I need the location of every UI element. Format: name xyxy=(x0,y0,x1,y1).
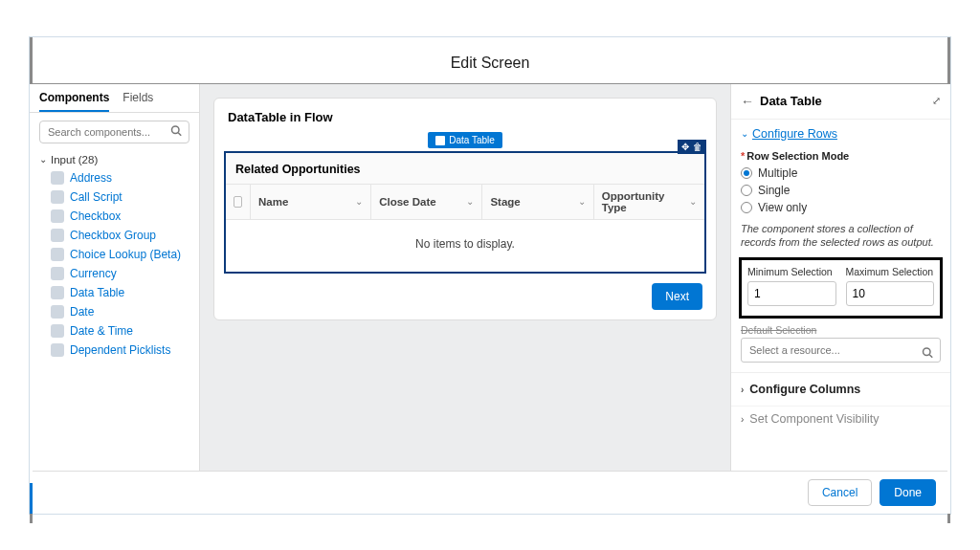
search-icon xyxy=(922,347,933,362)
max-selection-label: Maximum Selection xyxy=(846,266,935,277)
sidebar-item-date[interactable]: Date xyxy=(37,302,191,321)
tab-components[interactable]: Components xyxy=(39,91,109,112)
radio-single[interactable]: Single xyxy=(741,184,941,197)
sidebar-item-currency[interactable]: Currency xyxy=(37,264,191,283)
empty-state-text: No items to display. xyxy=(226,220,704,272)
tab-fields[interactable]: Fields xyxy=(122,91,153,112)
component-icon xyxy=(51,248,64,261)
svg-line-3 xyxy=(929,355,932,358)
block-toolbar: ✥ 🗑 xyxy=(678,140,706,154)
sidebar-item-choice-lookup[interactable]: Choice Lookup (Beta) xyxy=(37,245,191,264)
chevron-down-icon: ⌄ xyxy=(355,196,363,207)
chevron-down-icon: ⌄ xyxy=(466,196,474,207)
search-wrap xyxy=(30,113,199,151)
back-arrow-icon[interactable]: ← xyxy=(741,94,754,109)
sidebar-item-checkbox-group[interactable]: Checkbox Group xyxy=(37,226,191,245)
column-stage[interactable]: Stage⌄ xyxy=(482,185,593,219)
selected-component[interactable]: ✥ 🗑 Related Opportunities Name⌄ Close Da… xyxy=(224,151,706,274)
datatable-badge-row: Data Table xyxy=(214,132,716,149)
footer: Cancel Done xyxy=(33,471,947,514)
sidebar-item-checkbox[interactable]: Checkbox xyxy=(37,207,191,226)
radio-icon xyxy=(741,167,752,179)
max-selection-field: Maximum Selection xyxy=(846,266,935,306)
component-icon xyxy=(51,229,64,242)
radio-view-only[interactable]: View only xyxy=(741,201,941,214)
table-header: Name⌄ Close Date⌄ Stage⌄ Opportunity Typ… xyxy=(226,185,704,220)
column-close-date[interactable]: Close Date⌄ xyxy=(371,185,482,219)
sidebar-item-data-table[interactable]: Data Table xyxy=(37,283,191,302)
default-selection-field xyxy=(731,336,950,372)
table-title: Related Opportunities xyxy=(226,153,704,185)
datatable-badge[interactable]: Data Table xyxy=(428,132,502,148)
max-selection-input[interactable] xyxy=(846,281,935,306)
sidebar-item-address[interactable]: Address xyxy=(37,168,191,187)
section-configure-rows[interactable]: ⌄ Configure Rows xyxy=(731,120,950,146)
resource-input[interactable] xyxy=(741,338,941,363)
min-selection-label: Minimum Selection xyxy=(747,266,836,277)
min-max-highlight: Minimum Selection Maximum Selection xyxy=(739,257,943,319)
app-frame: Edit Screen Components Fields ⌄ Input (2… xyxy=(29,36,951,515)
chevron-down-icon: ⌄ xyxy=(578,196,586,207)
expand-icon[interactable]: ⤢ xyxy=(932,95,941,107)
column-select-all[interactable] xyxy=(226,185,251,219)
flow-card-title: DataTable in Flow xyxy=(214,99,716,132)
svg-point-2 xyxy=(924,348,931,356)
component-icon xyxy=(51,190,64,204)
radio-icon xyxy=(741,202,752,213)
panel-header: ← Data Table ⤢ xyxy=(731,84,950,120)
radio-multiple[interactable]: Multiple xyxy=(741,166,941,180)
component-tree: ⌄ Input (28) Address Call Script Checkbo… xyxy=(30,151,199,483)
chevron-down-icon: ⌄ xyxy=(39,154,47,165)
sidebar-item-dependent-picklists[interactable]: Dependent Picklists xyxy=(37,341,191,360)
page-title: Edit Screen xyxy=(30,55,950,72)
left-sidebar: Components Fields ⌄ Input (28) Address C… xyxy=(30,84,200,514)
trash-icon[interactable]: 🗑 xyxy=(693,142,702,152)
sidebar-tabs: Components Fields xyxy=(30,84,199,113)
default-selection-label: Default Selection xyxy=(731,324,950,336)
chevron-down-icon: ⌄ xyxy=(689,196,697,207)
row-selection-mode-block: *Row Selection Mode Multiple Single View… xyxy=(731,146,950,222)
chevron-down-icon: ⌄ xyxy=(741,128,748,139)
required-star-icon: * xyxy=(741,150,745,162)
column-opportunity-type[interactable]: Opportunity Type⌄ xyxy=(594,185,704,219)
sidebar-item-date-time[interactable]: Date & Time xyxy=(37,321,191,341)
component-icon xyxy=(51,209,64,223)
component-icon xyxy=(51,267,64,280)
chevron-right-icon: › xyxy=(741,414,744,425)
next-button[interactable]: Next xyxy=(652,283,702,310)
component-icon xyxy=(51,171,64,185)
panel-title: Data Table xyxy=(760,94,822,108)
chevron-right-icon: › xyxy=(741,385,744,395)
move-icon[interactable]: ✥ xyxy=(681,142,689,152)
canvas: DataTable in Flow Data Table ✥ 🗑 Related… xyxy=(200,84,730,514)
datatable-icon xyxy=(435,136,445,145)
component-icon xyxy=(51,305,64,319)
row-selection-mode-label: *Row Selection Mode xyxy=(741,150,941,162)
done-button[interactable]: Done xyxy=(880,479,936,506)
radio-icon xyxy=(741,185,752,196)
section-component-visibility[interactable]: › Set Component Visibility xyxy=(731,406,950,435)
next-row: Next xyxy=(214,274,716,310)
main-area: Components Fields ⌄ Input (28) Address C… xyxy=(30,83,950,514)
flow-card: DataTable in Flow Data Table ✥ 🗑 Related… xyxy=(213,98,717,320)
sidebar-item-call-script[interactable]: Call Script xyxy=(37,187,191,207)
component-icon xyxy=(51,343,64,357)
search-input[interactable] xyxy=(39,121,189,143)
min-selection-field: Minimum Selection xyxy=(747,266,836,306)
section-configure-columns[interactable]: › Configure Columns xyxy=(731,372,950,406)
tree-group-label: Input (28) xyxy=(51,154,98,165)
checkbox-icon xyxy=(234,196,242,208)
tree-group-input[interactable]: ⌄ Input (28) xyxy=(37,151,191,168)
properties-panel: ← Data Table ⤢ ⌄ Configure Rows *Row Sel… xyxy=(730,84,950,514)
component-icon xyxy=(51,286,64,299)
row-mode-radios: Multiple Single View only xyxy=(741,166,941,214)
cancel-button[interactable]: Cancel xyxy=(808,479,872,506)
min-selection-input[interactable] xyxy=(747,281,836,306)
component-icon xyxy=(51,324,64,338)
column-name[interactable]: Name⌄ xyxy=(251,185,371,219)
helper-text: The component stores a collection of rec… xyxy=(731,222,950,256)
